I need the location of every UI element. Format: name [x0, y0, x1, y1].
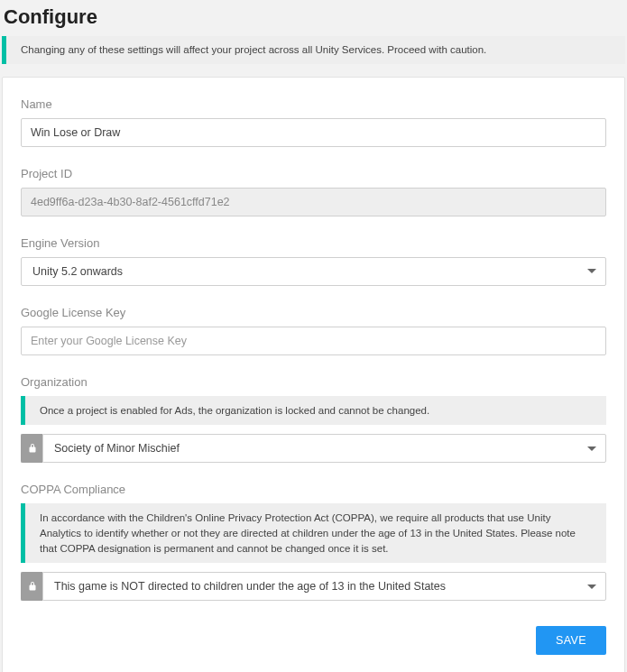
configure-card: Name Project ID Engine Version Unity 5.2…	[2, 77, 625, 672]
coppa-note-callout: In accordance with the Children's Online…	[21, 503, 606, 563]
engine-version-value: Unity 5.2 onwards	[32, 265, 123, 278]
project-id-label: Project ID	[21, 167, 606, 180]
field-name: Name	[21, 97, 606, 147]
coppa-note-text: In accordance with the Children's Online…	[25, 503, 606, 563]
project-id-input	[21, 188, 606, 216]
chevron-down-icon	[587, 446, 596, 451]
top-warning-text: Changing any of these settings will affe…	[6, 36, 495, 64]
field-engine-version: Engine Version Unity 5.2 onwards	[21, 236, 606, 286]
lock-icon	[21, 434, 42, 463]
google-license-key-label: Google License Key	[21, 306, 606, 319]
google-license-key-input[interactable]	[21, 327, 606, 355]
organization-select-row: Society of Minor Mischief	[21, 434, 606, 463]
actions-row: SAVE	[21, 626, 606, 655]
coppa-select[interactable]: This game is NOT directed to children un…	[42, 572, 606, 601]
organization-select[interactable]: Society of Minor Mischief	[42, 434, 606, 463]
save-button[interactable]: SAVE	[536, 626, 606, 655]
organization-note-callout: Once a project is enabled for Ads, the o…	[21, 396, 606, 426]
engine-version-select-wrap: Unity 5.2 onwards	[21, 257, 606, 286]
page-title: Configure	[2, 2, 625, 36]
field-project-id: Project ID	[21, 167, 606, 216]
name-label: Name	[21, 97, 606, 111]
coppa-select-row: This game is NOT directed to children un…	[21, 572, 606, 601]
field-coppa: COPPA Compliance In accordance with the …	[21, 483, 606, 601]
chevron-down-icon	[587, 269, 596, 273]
organization-value: Society of Minor Mischief	[54, 442, 180, 455]
organization-select-wrap: Society of Minor Mischief	[42, 434, 606, 463]
field-organization: Organization Once a project is enabled f…	[21, 375, 606, 464]
engine-version-label: Engine Version	[21, 236, 606, 250]
chevron-down-icon	[587, 585, 596, 589]
coppa-label: COPPA Compliance	[21, 483, 606, 496]
coppa-select-wrap: This game is NOT directed to children un…	[42, 572, 606, 601]
engine-version-select[interactable]: Unity 5.2 onwards	[21, 257, 606, 286]
top-warning-callout: Changing any of these settings will affe…	[2, 36, 625, 64]
organization-label: Organization	[21, 375, 606, 389]
lock-icon	[21, 572, 42, 601]
organization-note-text: Once a project is enabled for Ads, the o…	[25, 396, 442, 426]
field-google-license-key: Google License Key	[21, 306, 606, 355]
name-input[interactable]	[21, 118, 606, 147]
coppa-value: This game is NOT directed to children un…	[54, 580, 446, 593]
